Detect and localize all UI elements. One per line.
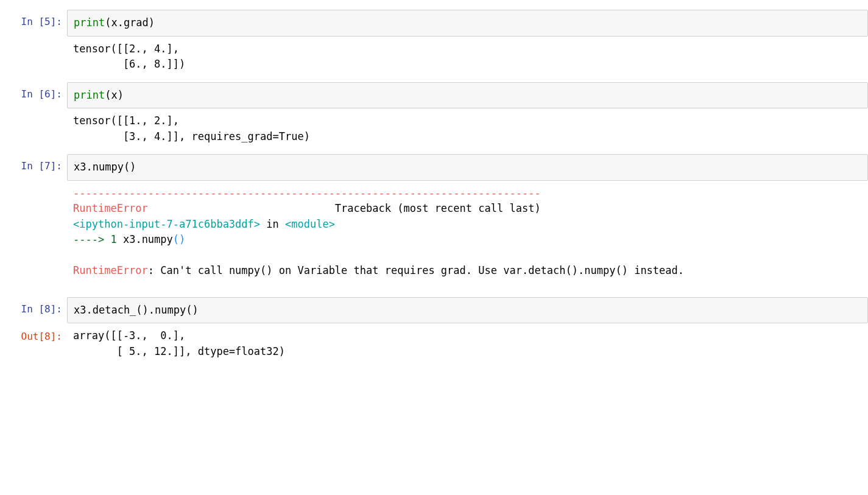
err-call-pre: x3	[117, 233, 136, 245]
err-dashes: ----------------------------------------…	[73, 187, 541, 199]
code-input-7[interactable]: x3.numpy()	[67, 154, 868, 181]
err-trace: Traceback (most recent call last)	[148, 202, 541, 214]
code-input-6[interactable]: print(x)	[67, 82, 868, 109]
code-args: (x)	[105, 89, 124, 101]
prompt-in-7: In [7]:	[0, 154, 67, 174]
err-name2: RuntimeError	[73, 264, 148, 276]
cell-5-output: tensor([[2., 4.], [6., 8.]])	[0, 38, 868, 81]
code-input-8[interactable]: x3.detach_().numpy()	[67, 297, 868, 324]
prompt-in-8: In [8]:	[0, 297, 67, 317]
output-8: array([[-3., 0.], [ 5., 12.]], dtype=flo…	[67, 325, 868, 368]
err-mod: <module>	[285, 218, 335, 230]
cell-5[interactable]: In [5]: print(x.grad)	[0, 10, 868, 37]
cell-7[interactable]: In [7]: x3.numpy()	[0, 154, 868, 181]
prompt-spacer	[0, 182, 67, 187]
prompt-in-6: In [6]:	[0, 82, 67, 102]
prompt-spacer	[0, 38, 67, 43]
code-fn: print	[74, 89, 105, 101]
err-call-dot: .	[135, 233, 141, 245]
cell-7-output: ----------------------------------------…	[0, 182, 868, 287]
prompt-out-8: Out[8]:	[0, 325, 67, 344]
cell-8-output: Out[8]: array([[-3., 0.], [ 5., 12.]], d…	[0, 325, 868, 368]
code-args: (x.grad)	[105, 16, 155, 29]
err-loc: <ipython-input-7-a71c6bba3ddf>	[73, 218, 260, 230]
err-in: in	[260, 218, 285, 230]
err-call-par: ()	[173, 233, 185, 245]
output-6: tensor([[1., 2.], [3., 4.]], requires_gr…	[67, 110, 868, 153]
cell-8[interactable]: In [8]: x3.detach_().numpy()	[0, 297, 868, 324]
output-5: tensor([[2., 4.], [6., 8.]])	[67, 38, 868, 81]
cell-6[interactable]: In [6]: print(x)	[0, 82, 868, 109]
err-msg: : Can't call numpy() on Variable that re…	[148, 264, 684, 276]
err-arrow: ----> 1	[73, 233, 117, 245]
prompt-in-5: In [5]:	[0, 10, 67, 29]
output-7: ----------------------------------------…	[67, 182, 868, 287]
code-input-5[interactable]: print(x.grad)	[67, 10, 868, 37]
cell-6-output: tensor([[1., 2.], [3., 4.]], requires_gr…	[0, 110, 868, 153]
code-fn: print	[74, 16, 105, 29]
err-call-fn: numpy	[142, 233, 173, 245]
err-name: RuntimeError	[73, 202, 148, 214]
prompt-spacer	[0, 110, 67, 114]
